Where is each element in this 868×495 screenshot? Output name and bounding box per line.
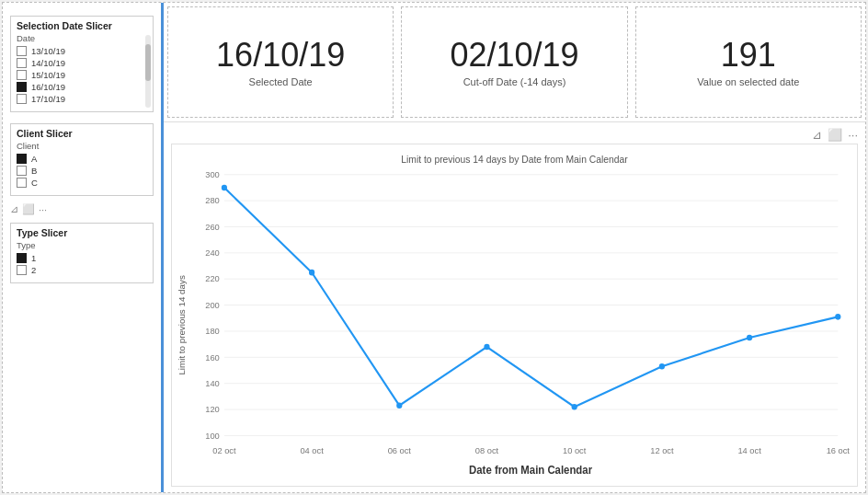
svg-text:10 oct: 10 oct [563,445,587,455]
client-item-a[interactable]: A [17,154,147,164]
svg-text:08 oct: 08 oct [475,445,499,455]
type-slicer-title: Type Slicer [17,227,147,238]
checkbox-type-1[interactable] [17,253,27,263]
selection-date-slicer: Selection Date Slicer Date 13/10/19 14/1… [10,16,154,112]
svg-text:120: 120 [205,404,220,414]
chart-container: Limit to previous 14 days by Date from M… [171,144,858,487]
client-label-b: B [31,166,37,176]
client-slicer-subtitle: Client [17,141,147,151]
data-point-8 [835,314,840,320]
svg-text:06 oct: 06 oct [388,445,412,455]
chart-filter-icon[interactable]: ⊿ [812,128,822,142]
data-point-4 [484,344,489,351]
checkbox-c[interactable] [17,178,27,188]
client-item-b[interactable]: B [17,166,147,176]
client-slicer: Client Slicer Client A B C [10,123,154,196]
chart-line [224,188,838,407]
type-label-2: 2 [31,265,36,275]
svg-text:180: 180 [205,326,220,336]
svg-text:12 oct: 12 oct [650,445,674,455]
slicer-label-16: 16/10/19 [31,82,65,92]
kpi-selected-date: 16/10/19 Selected Date [167,6,394,118]
svg-text:100: 100 [205,430,220,440]
type-item-1[interactable]: 1 [17,253,147,263]
checkbox-type-2[interactable] [17,265,27,275]
svg-text:300: 300 [205,169,220,179]
checkbox-16[interactable] [17,82,27,92]
checkbox-17[interactable] [17,94,27,104]
chart-area: ⊿ ⬜ ··· Limit to previous 14 days by Dat… [164,122,865,492]
svg-text:240: 240 [205,248,220,258]
slicer-toolbar: ⊿ ⬜ ··· [3,201,161,217]
filter-icon[interactable]: ⊿ [10,203,18,215]
type-label-1: 1 [31,253,36,263]
data-point-1 [222,185,227,191]
kpi-cutoff-date-label: Cut-off Date (-14 days) [463,76,566,87]
svg-text:02 oct: 02 oct [212,445,236,455]
type-slicer-subtitle: Type [17,240,147,250]
kpi-cutoff-date-value: 02/10/19 [450,37,578,74]
client-item-c[interactable]: C [17,178,147,188]
svg-text:160: 160 [205,351,220,362]
kpi-selected-date-label: Selected Date [249,76,313,87]
checkbox-a[interactable] [17,154,27,164]
svg-text:260: 260 [205,222,220,232]
svg-text:280: 280 [205,195,220,205]
data-point-5 [572,404,577,410]
svg-text:14 oct: 14 oct [737,445,761,455]
data-point-3 [396,402,402,409]
more-icon[interactable]: ··· [39,204,47,215]
y-axis-label: Limit to previous 14 days [177,275,188,375]
slicer-item-15[interactable]: 15/10/19 [17,70,147,80]
kpi-value-selected-label: Value on selected date [697,76,799,87]
chart-frame-icon[interactable]: ⬜ [828,128,842,142]
main-area: 16/10/19 Selected Date 02/10/19 Cut-off … [164,3,865,492]
dashboard: Selection Date Slicer Date 13/10/19 14/1… [2,2,866,493]
data-point-6 [659,363,665,370]
x-axis-label: Date from Main Calendar [469,464,592,476]
frame-icon[interactable]: ⬜ [22,203,35,215]
slicer-label-13: 13/10/19 [31,46,65,56]
type-slicer: Type Slicer Type 1 2 [10,223,154,283]
sidebar: Selection Date Slicer Date 13/10/19 14/1… [3,3,164,492]
client-label-a: A [31,154,37,164]
client-slicer-title: Client Slicer [17,128,147,139]
selection-slicer-title: Selection Date Slicer [17,20,147,31]
svg-text:220: 220 [205,273,220,283]
selection-slicer-subtitle: Date [17,33,147,43]
checkbox-13[interactable] [17,46,27,56]
type-item-2[interactable]: 2 [17,265,147,275]
slicer-item-16[interactable]: 16/10/19 [17,82,147,92]
data-point-2 [309,270,314,276]
slicer-item-17[interactable]: 17/10/19 [17,94,147,104]
kpi-cutoff-date: 02/10/19 Cut-off Date (-14 days) [401,6,627,118]
chart-toolbar: ⊿ ⬜ ··· [171,128,858,142]
svg-text:16 oct: 16 oct [827,445,851,455]
kpi-selected-date-value: 16/10/19 [216,37,345,74]
slicer-item-13[interactable]: 13/10/19 [17,46,147,56]
slicer-label-17: 17/10/19 [31,94,65,104]
slicer-item-14[interactable]: 14/10/19 [17,58,147,68]
kpi-value-selected-value: 191 [721,37,776,74]
chart-title: Limit to previous 14 days by Date from M… [401,153,628,164]
slicer-scrollbar[interactable] [145,35,151,108]
chart-svg: Limit to previous 14 days by Date from M… [172,144,857,486]
kpi-value-selected: 191 Value on selected date [635,6,862,118]
slicer-label-15: 15/10/19 [31,70,65,80]
data-point-7 [747,335,752,341]
checkbox-15[interactable] [17,70,27,80]
slicer-label-14: 14/10/19 [31,58,65,68]
chart-more-icon[interactable]: ··· [848,128,858,142]
checkbox-14[interactable] [17,58,27,68]
slicer-scrollbar-thumb [145,44,151,81]
svg-text:140: 140 [205,378,220,388]
client-label-c: C [31,178,38,188]
checkbox-b[interactable] [17,166,27,176]
kpi-row: 16/10/19 Selected Date 02/10/19 Cut-off … [164,3,865,122]
svg-text:04 oct: 04 oct [300,445,324,455]
svg-text:200: 200 [205,300,220,310]
